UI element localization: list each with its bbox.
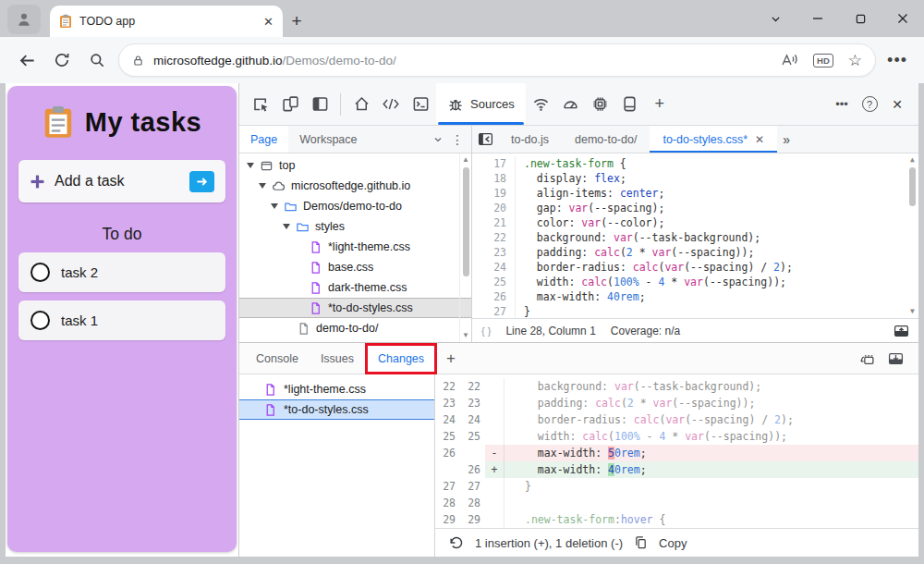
back-button[interactable] (13, 46, 41, 74)
line-number[interactable]: 20 (472, 201, 515, 215)
tab-page[interactable]: Page (239, 126, 288, 153)
editor-tab-to-do-js[interactable]: to-do.js (498, 126, 562, 153)
line-number[interactable]: 26 (472, 289, 515, 304)
line-number[interactable]: 21 (472, 215, 515, 230)
tree-item-demo-to-do-[interactable]: demo-to-do/ (239, 318, 471, 338)
line-number[interactable]: 27 (472, 304, 515, 318)
code-line[interactable]: 24 border-radius: calc(var(--spacing) / … (472, 260, 918, 275)
line-number[interactable]: 25 (472, 275, 515, 289)
code-line[interactable]: 20 gap: var(--spacing); (472, 201, 918, 215)
editor-tab-to-do-styles[interactable]: to-do-styles.css* ✕ (650, 126, 777, 153)
editor-tab-demo-to-do[interactable]: demo-to-do/ (562, 126, 650, 153)
tree-scrollbar[interactable]: ▲ ▼ (459, 153, 471, 342)
code-line[interactable]: 27} (472, 304, 918, 318)
hd-badge[interactable]: HD (813, 54, 833, 67)
folder-icon (284, 199, 298, 214)
expander-icon[interactable] (247, 163, 254, 168)
profile-avatar[interactable] (7, 5, 41, 34)
address-bar[interactable]: microsoftedge.github.io/Demos/demo-to-do… (118, 43, 876, 77)
performance-icon[interactable] (557, 91, 585, 118)
code-line[interactable]: 22 background: var(--task-background); (472, 230, 918, 245)
tree-item-microsoftedge-github-io[interactable]: microsoftedge.github.io (239, 176, 471, 196)
tab-overflow-icon[interactable]: » (783, 132, 790, 147)
browser-tab[interactable]: TODO app ✕ (50, 6, 283, 37)
new-tab-button[interactable]: + (283, 6, 310, 37)
collapse-drawer-icon[interactable] (888, 351, 904, 366)
revert-icon[interactable] (448, 535, 464, 551)
browser-menu-button[interactable]: ••• (883, 51, 911, 70)
maximize-button[interactable] (839, 0, 881, 37)
memory-icon[interactable] (587, 91, 614, 118)
read-aloud-icon[interactable] (781, 53, 798, 67)
tree-item-dark-theme-css[interactable]: dark-theme.css (239, 277, 471, 298)
navigator-more-icon[interactable]: ⋮ (444, 132, 471, 147)
task-checkbox[interactable] (30, 263, 50, 282)
code-editor[interactable]: 17.new-task-form {18 display: flex;19 al… (472, 153, 918, 318)
tab-sources[interactable]: Sources (436, 83, 526, 125)
tab-issues[interactable]: Issues (310, 343, 365, 374)
editor-scrollbar[interactable]: ▲ ▼ (906, 153, 918, 318)
line-number[interactable]: 18 (472, 171, 515, 186)
toggle-navigator-icon[interactable] (472, 126, 498, 153)
toggle-drawer-icon[interactable] (894, 325, 909, 337)
activity-bar-layout-icon[interactable] (306, 91, 334, 118)
copy-icon[interactable] (634, 535, 648, 550)
submit-task-button[interactable] (189, 171, 214, 192)
expander-icon[interactable] (259, 183, 266, 189)
minimize-button[interactable] (796, 0, 839, 37)
customize-devtools-icon[interactable]: ••• (828, 91, 856, 118)
chevron-down-icon[interactable] (432, 134, 444, 145)
tab-list-chevron-icon[interactable] (754, 0, 796, 37)
tab-workspace[interactable]: Workspace (288, 126, 368, 153)
task-checkbox[interactable] (30, 311, 50, 330)
tab-console[interactable]: Console (245, 343, 310, 374)
help-icon[interactable]: ? (856, 91, 883, 118)
code-line[interactable]: 21 color: var(--color); (472, 215, 918, 230)
tree-item-styles[interactable]: styles (239, 216, 471, 237)
line-number[interactable]: 23 (472, 245, 515, 260)
code-line[interactable]: 26 max-width: 40rem; (472, 289, 918, 304)
code-line[interactable]: 23 padding: calc(2 * var(--spacing)); (472, 245, 918, 260)
code-line[interactable]: 25 width: calc(100% - 4 * var(--spacing)… (472, 275, 918, 289)
task-item[interactable]: task 2 (18, 252, 225, 292)
refresh-button[interactable] (48, 46, 76, 74)
line-number[interactable]: 17 (472, 156, 515, 171)
console-icon[interactable] (407, 91, 434, 118)
inspect-element-icon[interactable] (247, 91, 274, 118)
welcome-home-icon[interactable] (347, 91, 375, 118)
expander-icon[interactable] (271, 203, 278, 209)
tab-changes[interactable]: Changes (378, 352, 424, 365)
close-editor-tab-icon[interactable]: ✕ (755, 133, 764, 146)
tree-item-base-css[interactable]: base.css (239, 257, 471, 277)
changed-file--to-do-styles-css[interactable]: *to-do-styles.css (239, 399, 434, 420)
favorite-star-icon[interactable]: ☆ (848, 51, 862, 70)
device-emulation-icon[interactable] (276, 91, 304, 118)
code-token (525, 413, 538, 426)
elements-code-icon[interactable] (377, 91, 405, 118)
line-number[interactable]: 24 (472, 260, 515, 275)
line-number[interactable]: 22 (472, 230, 515, 245)
tree-item-top[interactable]: top (239, 155, 471, 176)
expander-icon[interactable] (283, 224, 290, 229)
close-window-button[interactable] (881, 0, 924, 37)
changed-file--light-theme-css[interactable]: *light-theme.css (239, 379, 434, 399)
tree-item--to-do-styles-css[interactable]: *to-do-styles.css (239, 298, 471, 318)
network-icon[interactable] (528, 91, 555, 118)
pretty-print-icon[interactable]: { } (481, 325, 491, 337)
more-tools-plus-icon[interactable]: + (646, 91, 674, 118)
code-line[interactable]: 19 align-items: center; (472, 186, 918, 201)
copy-label[interactable]: Copy (659, 536, 687, 550)
add-task-input[interactable]: Add a task (18, 160, 225, 202)
move-activity-bar-icon[interactable] (859, 351, 875, 366)
application-storage-icon[interactable] (616, 91, 644, 118)
tree-item-demos-demo-to-do[interactable]: Demos/demo-to-do (239, 196, 471, 216)
code-line[interactable]: 17.new-task-form { (472, 156, 918, 171)
line-number[interactable]: 19 (472, 186, 515, 201)
close-devtools-icon[interactable]: ✕ (883, 91, 911, 118)
task-item[interactable]: task 1 (18, 300, 225, 340)
tree-item--light-theme-css[interactable]: *light-theme.css (239, 237, 471, 257)
tab-close-icon[interactable]: ✕ (263, 15, 274, 29)
add-drawer-tool-icon[interactable]: + (437, 349, 465, 368)
code-line[interactable]: 18 display: flex; (472, 171, 918, 186)
search-icon[interactable] (83, 46, 111, 74)
